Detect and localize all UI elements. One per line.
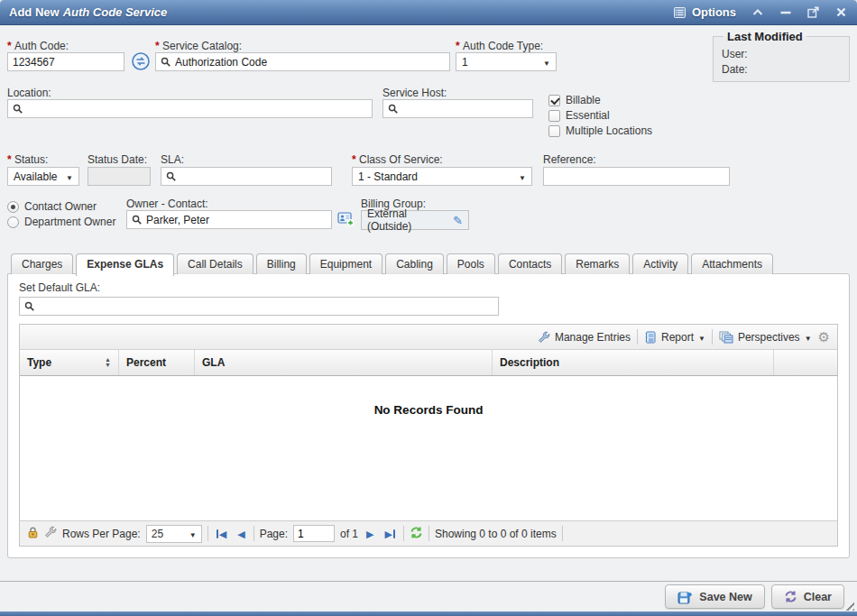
- perspectives-button[interactable]: Perspectives: [719, 331, 812, 344]
- column-header-gla[interactable]: GLA: [195, 350, 493, 375]
- pager-separator: [562, 526, 563, 541]
- tab-attachments[interactable]: Attachments: [691, 253, 773, 274]
- percent-column-label: Percent: [126, 356, 166, 369]
- pager-separator: [428, 526, 429, 541]
- first-page-button[interactable]: [214, 528, 229, 540]
- status-select[interactable]: Available: [7, 167, 79, 186]
- clear-button[interactable]: Clear: [771, 584, 844, 609]
- service-host-field[interactable]: [382, 99, 533, 118]
- tab-panel: Charges Expense GLAs Call Details Billin…: [7, 252, 850, 558]
- empty-message: No Records Found: [20, 403, 837, 417]
- billable-label: Billable: [566, 94, 601, 106]
- pager-separator: [253, 526, 254, 541]
- manage-entries-button[interactable]: Manage Entries: [538, 331, 631, 344]
- status-value: Available: [14, 170, 57, 183]
- multiple-locations-label: Multiple Locations: [566, 124, 652, 137]
- auth-code-label: Auth Code:: [7, 40, 69, 52]
- collapse-icon[interactable]: [751, 5, 764, 19]
- reference-label: Reference:: [543, 153, 596, 166]
- class-of-service-select[interactable]: 1 - Standard: [352, 167, 532, 186]
- set-default-gla-field[interactable]: [19, 297, 499, 316]
- toolbar-separator: [637, 329, 638, 345]
- location-input[interactable]: [27, 103, 367, 115]
- essential-checkbox[interactable]: [548, 110, 560, 122]
- auth-code-type-select[interactable]: 1: [456, 52, 557, 71]
- save-disk-icon: [677, 590, 693, 604]
- contact-owner-radio-row[interactable]: Contact Owner: [7, 200, 97, 213]
- previous-page-button[interactable]: [235, 528, 247, 540]
- save-new-button[interactable]: Save New: [665, 584, 764, 609]
- auth-code-field[interactable]: [7, 52, 124, 71]
- gla-column-label: GLA: [202, 356, 225, 369]
- last-page-button[interactable]: [382, 528, 398, 540]
- contact-owner-radio[interactable]: [7, 201, 19, 213]
- showing-items-label: Showing 0 to 0 of 0 items: [435, 528, 557, 540]
- rows-per-page-value: 25: [152, 528, 163, 540]
- lock-icon[interactable]: [27, 526, 39, 541]
- toolbar-separator: [712, 329, 713, 345]
- billable-checkbox-row[interactable]: Billable: [548, 94, 601, 106]
- next-page-button[interactable]: [364, 528, 376, 540]
- set-default-gla-input[interactable]: [39, 300, 493, 313]
- footer-bar: Save New Clear: [0, 581, 857, 611]
- tab-call-details[interactable]: Call Details: [177, 253, 253, 274]
- reference-field[interactable]: [543, 167, 730, 186]
- billable-checkbox[interactable]: [548, 95, 560, 106]
- service-host-input[interactable]: [402, 103, 528, 115]
- popout-icon[interactable]: [806, 5, 820, 19]
- pager-separator: [403, 526, 404, 541]
- owner-contact-input[interactable]: [146, 214, 327, 226]
- add-contact-icon[interactable]: [337, 211, 355, 230]
- auth-code-input[interactable]: [13, 56, 119, 69]
- grid-pager: Rows Per Page: 25 Page: of 1: [20, 520, 837, 546]
- page-input[interactable]: [293, 525, 335, 542]
- close-icon[interactable]: [834, 5, 848, 19]
- service-catalog-input[interactable]: [175, 56, 445, 69]
- service-catalog-field[interactable]: [155, 52, 450, 71]
- window-title-emphasis: Auth Code Service: [63, 5, 168, 19]
- last-modified-user-label: User:: [722, 47, 841, 62]
- titlebar: Add NewAuth Code Service Options: [0, 0, 857, 25]
- department-owner-radio[interactable]: [7, 216, 19, 228]
- edit-pencil-icon[interactable]: [453, 214, 463, 227]
- tab-pools[interactable]: Pools: [447, 253, 495, 274]
- rows-per-page-select[interactable]: 25: [146, 525, 202, 543]
- tab-remarks[interactable]: Remarks: [565, 253, 630, 274]
- generate-code-icon[interactable]: [131, 51, 151, 74]
- multiple-locations-checkbox[interactable]: [548, 125, 560, 137]
- tab-cabling[interactable]: Cabling: [385, 253, 444, 274]
- pager-wrench-icon[interactable]: [44, 526, 57, 541]
- reference-input[interactable]: [548, 170, 724, 183]
- sla-field[interactable]: [161, 167, 332, 186]
- sort-icon[interactable]: ▲▼: [105, 357, 111, 368]
- sla-input[interactable]: [180, 170, 327, 183]
- report-button[interactable]: Report: [644, 331, 705, 344]
- refresh-icon[interactable]: [410, 527, 423, 541]
- type-column-label: Type: [27, 356, 51, 369]
- multiple-locations-checkbox-row[interactable]: Multiple Locations: [548, 124, 652, 137]
- window-title: Add NewAuth Code Service: [9, 5, 167, 19]
- department-owner-radio-row[interactable]: Department Owner: [7, 216, 115, 228]
- sla-label: SLA:: [161, 153, 184, 166]
- owner-contact-label: Owner - Contact:: [126, 198, 208, 210]
- chevron-down-icon: [66, 170, 73, 183]
- tab-billing[interactable]: Billing: [256, 253, 307, 274]
- tab-equipment[interactable]: Equipment: [309, 253, 382, 274]
- options-button[interactable]: Options: [673, 5, 736, 19]
- tab-expense-glas[interactable]: Expense GLAs: [76, 253, 174, 276]
- billing-group-field[interactable]: External (Outside): [361, 210, 469, 230]
- gear-icon[interactable]: [818, 329, 830, 345]
- minimize-icon[interactable]: [779, 5, 792, 19]
- column-header-description[interactable]: Description: [493, 350, 774, 375]
- location-label: Location:: [7, 87, 51, 99]
- search-icon: [132, 215, 142, 225]
- owner-contact-field[interactable]: [126, 210, 332, 229]
- column-header-percent[interactable]: Percent: [119, 350, 195, 375]
- column-header-type[interactable]: Type ▲▼: [20, 350, 119, 375]
- tab-charges[interactable]: Charges: [11, 253, 73, 274]
- tab-contacts[interactable]: Contacts: [498, 253, 562, 274]
- location-field[interactable]: [7, 99, 373, 118]
- essential-checkbox-row[interactable]: Essential: [548, 109, 610, 122]
- chevron-down-icon: [543, 56, 550, 69]
- tab-activity[interactable]: Activity: [632, 253, 688, 274]
